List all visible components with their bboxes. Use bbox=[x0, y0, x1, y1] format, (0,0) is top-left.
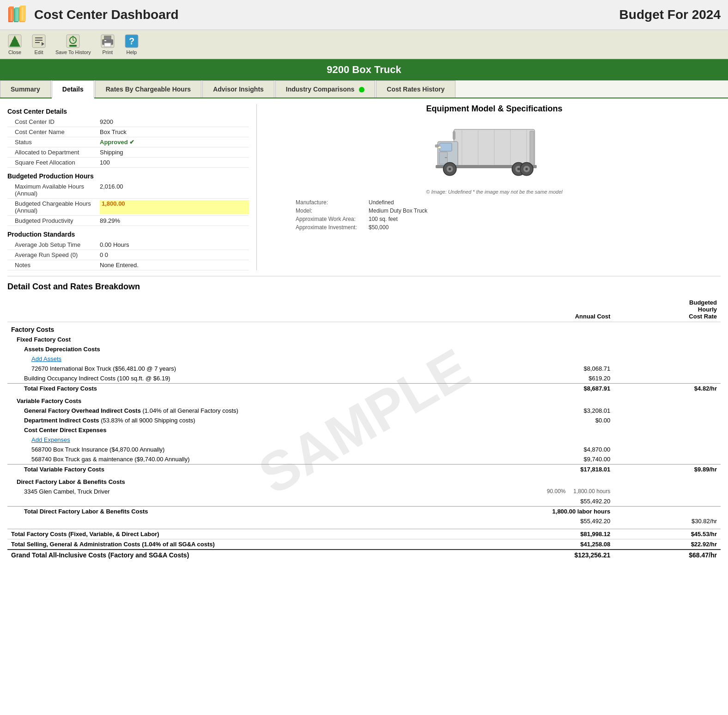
svg-point-51 bbox=[525, 168, 528, 170]
specs-table: Manufacture: Undefined Model: Medium Dut… bbox=[268, 198, 721, 232]
total-direct-labor-rate: $30.82/hr bbox=[614, 516, 721, 526]
svg-rect-14 bbox=[35, 40, 42, 41]
app-title-left: Cost Center Dashboard bbox=[7, 4, 179, 26]
breakdown-section: SAMPLE Detail Cost and Rates Breakdown A… bbox=[7, 282, 721, 560]
dept-indirect-label: Department Indirect Costs (53.83% of all… bbox=[7, 416, 499, 425]
edit-label: Edit bbox=[35, 49, 43, 55]
tab-advisor[interactable]: Advisor Insights bbox=[202, 80, 274, 98]
svg-rect-39 bbox=[445, 157, 447, 158]
spec-investment: Approximate Investment: $50,000 bbox=[296, 223, 721, 232]
direct-labor-header-label: Direct Factory Labor & Benefits Costs bbox=[7, 477, 499, 487]
assets-dep-label: Assets Depreciation Costs bbox=[7, 344, 499, 354]
field-notes: Notes None Entered. bbox=[7, 260, 249, 270]
budget-title: Budget For 2024 bbox=[619, 7, 721, 22]
gen-overhead-label: General Factory Overhead Indirect Costs … bbox=[7, 406, 499, 416]
svg-rect-41 bbox=[530, 131, 534, 165]
box-truck-asset-label: 72670 International Box Truck ($56,481.0… bbox=[7, 364, 499, 373]
gas-maint-annual: $9,740.00 bbox=[499, 454, 614, 464]
svg-rect-26 bbox=[104, 43, 111, 47]
grand-total-annual: $123,256.21 bbox=[499, 550, 614, 560]
spec-manufacture-value: Undefined bbox=[369, 199, 394, 206]
variable-factory-label: Variable Factory Costs bbox=[7, 396, 499, 406]
row-total-fixed: Total Fixed Factory Costs $8,687.91 $4.8… bbox=[7, 384, 721, 394]
total-variable-annual: $17,818.01 bbox=[499, 464, 614, 475]
field-status: Status Approved ✔ bbox=[7, 137, 249, 147]
add-expenses-link[interactable]: Add Expenses bbox=[31, 436, 70, 443]
tab-industry[interactable]: Industry Comparisons bbox=[275, 80, 375, 98]
save-to-history-button[interactable]: Save To History bbox=[52, 32, 95, 57]
row-gen-factory-overhead: General Factory Overhead Indirect Costs … bbox=[7, 406, 721, 416]
glen-cambel-label: 3345 Glen Cambel, Truck Driver bbox=[7, 487, 499, 496]
row-glen-cambel: 3345 Glen Cambel, Truck Driver 90.00% 1,… bbox=[7, 487, 721, 496]
svg-rect-6 bbox=[11, 9, 12, 21]
glen-cambel-pct: 90.00% 1,800.00 hours bbox=[499, 487, 614, 496]
field-run-speed: Average Run Speed (0) 0 0 bbox=[7, 250, 249, 260]
row-glen-cambel-amount: $55,492.20 bbox=[7, 496, 721, 507]
spec-work-area-value: 100 sq. feet bbox=[369, 216, 398, 222]
fixed-factory-annual bbox=[499, 335, 614, 344]
print-icon bbox=[100, 34, 115, 49]
total-direct-labor-label: Total Direct Factory Labor & Benefits Co… bbox=[7, 507, 499, 517]
direct-expenses-label: Cost Center Direct Expenses bbox=[7, 425, 499, 435]
svg-rect-53 bbox=[453, 131, 455, 140]
row-insurance: 568700 Box Truck Insurance ($4,870.00 An… bbox=[7, 445, 721, 454]
app-title-text: Cost Center Dashboard bbox=[34, 7, 179, 22]
row-direct-expenses: Cost Center Direct Expenses bbox=[7, 425, 721, 435]
edit-button[interactable]: Edit bbox=[28, 32, 50, 57]
insurance-annual: $4,870.00 bbox=[499, 445, 614, 454]
row-gas-maintenance: 568740 Box Truck gas & maintenance ($9,7… bbox=[7, 454, 721, 464]
field-cost-center-id: Cost Center ID 9200 bbox=[7, 117, 249, 127]
svg-point-48 bbox=[517, 168, 520, 170]
factory-costs-rate bbox=[614, 322, 721, 335]
add-assets-link[interactable]: Add Assets bbox=[31, 355, 61, 362]
fixed-factory-rate bbox=[614, 335, 721, 344]
toolbar: Close Edit Save To History bbox=[0, 30, 728, 59]
grand-total-label: Grand Total All-Inclusive Costs (Factory… bbox=[7, 550, 499, 560]
section-production-standards: Production Standards bbox=[7, 231, 249, 238]
tab-details[interactable]: Details bbox=[52, 80, 94, 98]
spec-work-area-label: Approximate Work Area: bbox=[296, 216, 365, 222]
row-dept-indirect: Department Indirect Costs (53.83% of all… bbox=[7, 416, 721, 425]
svg-rect-11 bbox=[12, 40, 18, 42]
help-button[interactable]: ? Help bbox=[121, 32, 143, 57]
svg-rect-52 bbox=[435, 145, 438, 147]
tab-rates[interactable]: Rates By Chargeable Hours bbox=[95, 80, 201, 98]
field-productivity: Budgeted Productivity 89.29% bbox=[7, 216, 249, 226]
total-variable-label: Total Variable Factory Costs bbox=[7, 464, 499, 475]
total-fixed-annual: $8,687.91 bbox=[499, 384, 614, 394]
image-caption: © Image: Undefined * the image may not b… bbox=[268, 189, 721, 195]
row-variable-factory: Variable Factory Costs bbox=[7, 396, 721, 406]
tab-summary[interactable]: Summary bbox=[0, 80, 51, 98]
total-sga-rate: $22.92/hr bbox=[614, 539, 721, 550]
total-direct-labor-annual: $55,492.20 bbox=[499, 516, 614, 526]
row-direct-labor-header: Direct Factory Labor & Benefits Costs bbox=[7, 477, 721, 487]
truck-illustration bbox=[430, 119, 559, 184]
section-cost-center-details: Cost Center Details bbox=[7, 108, 249, 115]
dept-indirect-annual: $0.00 bbox=[499, 416, 614, 425]
truck-image-container bbox=[268, 119, 721, 185]
row-add-assets: Add Assets bbox=[7, 354, 721, 364]
close-button[interactable]: Close bbox=[4, 32, 26, 57]
spec-manufacture: Manufacture: Undefined bbox=[296, 198, 721, 207]
print-button[interactable]: Print bbox=[97, 32, 119, 57]
factory-costs-label: Factory Costs bbox=[7, 322, 499, 335]
row-total-sga: Total Selling, General & Administration … bbox=[7, 539, 721, 550]
glen-cambel-annual: $55,492.20 bbox=[499, 496, 614, 507]
row-total-direct-labor: Total Direct Factory Labor & Benefits Co… bbox=[7, 507, 721, 517]
edit-icon bbox=[31, 34, 46, 49]
col-annual-cost: Annual Cost bbox=[499, 297, 614, 322]
box-truck-asset-annual: $8,068.71 bbox=[499, 364, 614, 373]
total-sga-label: Total Selling, General & Administration … bbox=[7, 539, 499, 550]
field-cost-center-name: Cost Center Name Box Truck bbox=[7, 127, 249, 137]
save-history-label: Save To History bbox=[55, 49, 91, 55]
breakdown-title: Detail Cost and Rates Breakdown bbox=[7, 282, 721, 292]
approved-checkmark: ✔ bbox=[129, 139, 134, 146]
svg-rect-15 bbox=[35, 42, 40, 43]
grand-total-rate: $68.47/hr bbox=[614, 550, 721, 560]
cost-table: Annual Cost Budgeted Hourly Cost Rate Fa… bbox=[7, 297, 721, 560]
assets-dep-annual bbox=[499, 344, 614, 354]
tab-history[interactable]: Cost Rates History bbox=[376, 80, 455, 98]
total-variable-rate: $9.89/hr bbox=[614, 464, 721, 475]
top-section: Cost Center Details Cost Center ID 9200 … bbox=[7, 104, 721, 276]
svg-rect-12 bbox=[32, 35, 45, 48]
